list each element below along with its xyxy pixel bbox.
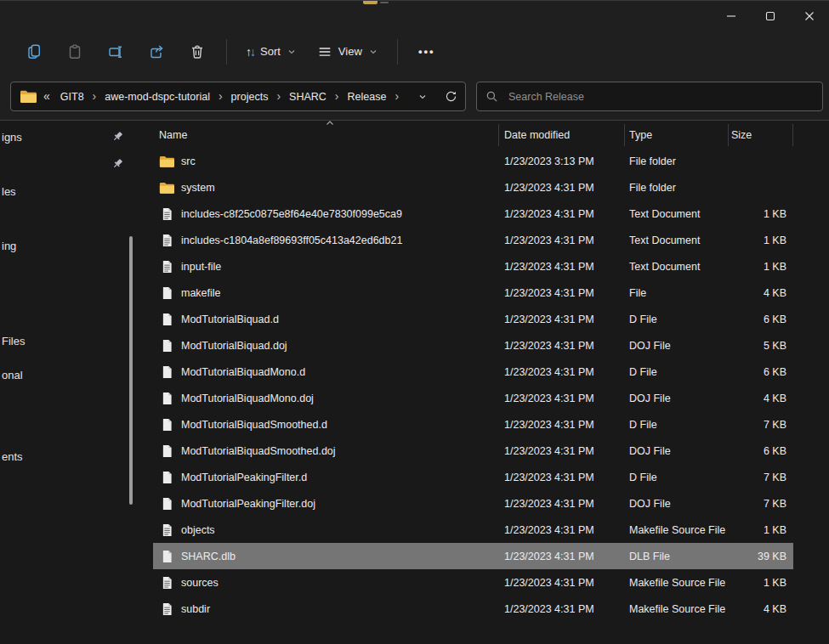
share-button[interactable] — [139, 37, 173, 66]
file-size: 7 KB — [729, 419, 793, 431]
file-row[interactable]: ModTutorialBiquadMono.doj1/23/2023 4:31 … — [153, 385, 793, 411]
file-icon — [162, 497, 173, 511]
column-header-size[interactable]: Size — [729, 124, 793, 146]
file-name-cell[interactable]: ModTutorialBiquadMono.d — [153, 365, 499, 379]
file-row-selected[interactable]: SHARC.dlb1/23/2023 4:31 PMDLB File39 KB — [153, 543, 793, 569]
file-name-cell[interactable]: system — [153, 181, 499, 195]
breadcrumb-separator-icon[interactable]: › — [395, 89, 399, 103]
file-row[interactable]: makefile1/23/2023 4:31 PMFile4 KB — [153, 280, 793, 306]
delete-button[interactable] — [180, 37, 214, 66]
file-name-cell[interactable]: src — [153, 155, 499, 168]
column-header-type[interactable]: Type — [625, 124, 729, 146]
breadcrumb-item[interactable]: projects — [228, 88, 272, 105]
sidebar-item[interactable]: les — [2, 178, 129, 204]
file-row[interactable]: sources1/23/2023 4:31 PMMakefile Source … — [153, 569, 793, 596]
minimize-icon — [724, 8, 739, 24]
breadcrumb-item[interactable]: Release — [344, 88, 390, 105]
breadcrumb-item[interactable]: GIT8 — [57, 88, 88, 105]
file-row[interactable]: src1/23/2023 3:13 PMFile folder — [153, 148, 793, 174]
file-name-cell[interactable]: ModTutorialPeakingFilter.d — [153, 471, 499, 484]
more-options-button[interactable]: ••• — [410, 37, 444, 66]
file-name: makefile — [181, 287, 221, 299]
sidebar-item-label: onal — [2, 369, 23, 381]
sidebar-item[interactable]: Files — [2, 328, 129, 353]
file-date-modified: 1/23/2023 4:31 PM — [499, 340, 625, 352]
file-row[interactable]: includes-c1804a8ef89693ff05c413a42ed6db2… — [153, 227, 793, 253]
file-name-cell[interactable]: ModTutorialBiquadMono.doj — [153, 392, 499, 405]
file-row[interactable]: ModTutorialBiquad.d1/23/2023 4:31 PMD Fi… — [153, 306, 793, 332]
file-name-cell[interactable]: subdir — [153, 602, 499, 616]
column-header-name[interactable]: Name — [153, 124, 499, 146]
file-name-cell[interactable]: ModTutorialBiquadSmoothed.d — [153, 418, 499, 432]
address-dropdown-chevron-icon[interactable] — [417, 91, 429, 103]
paste-button[interactable] — [58, 37, 92, 66]
breadcrumb: GIT8›awe-mod-dspc-tutorial›projects›SHAR… — [57, 88, 417, 105]
sort-button[interactable]: ↑↓ Sort — [239, 37, 304, 66]
breadcrumb-separator-icon[interactable]: › — [276, 89, 281, 103]
breadcrumb-overflow-chevron[interactable]: « — [43, 89, 50, 103]
file-name-cell[interactable]: ModTutorialPeakingFilter.doj — [153, 497, 499, 511]
file-name-cell[interactable]: makefile — [153, 286, 499, 300]
address-bar[interactable]: « GIT8›awe-mod-dspc-tutorial›projects›SH… — [10, 82, 466, 111]
breadcrumb-separator-icon[interactable]: › — [93, 89, 97, 103]
sidebar-item[interactable]: igns — [2, 124, 129, 150]
file-name-cell[interactable]: ModTutorialBiquad.doj — [153, 339, 499, 353]
rename-button[interactable] — [99, 37, 133, 66]
pin-icon — [111, 130, 124, 145]
breadcrumb-separator-icon[interactable]: › — [335, 89, 339, 103]
file-name-cell[interactable]: SHARC.dlb — [153, 550, 499, 563]
file-name-cell[interactable]: objects — [153, 523, 499, 537]
file-name-cell[interactable]: includes-c8f25c0875e8f64e40e7830f099e5ca… — [153, 207, 499, 221]
file-size: 1 KB — [729, 577, 793, 589]
refresh-icon[interactable] — [444, 89, 458, 104]
file-name: includes-c1804a8ef89693ff05c413a42ed6db2… — [181, 234, 402, 246]
file-name-cell[interactable]: ModTutorialBiquadSmoothed.doj — [153, 444, 499, 458]
file-size: 4 KB — [729, 603, 793, 615]
file-row[interactable]: input-file1/23/2023 4:31 PMText Document… — [153, 253, 793, 280]
file-row[interactable]: ModTutorialBiquadSmoothed.d1/23/2023 4:3… — [153, 411, 793, 438]
breadcrumb-item[interactable]: SHARC — [286, 88, 330, 105]
file-name-cell[interactable]: input-file — [153, 260, 499, 274]
file-name-cell[interactable]: ModTutorialBiquad.d — [153, 313, 499, 326]
file-type: DOJ File — [625, 393, 729, 404]
file-row[interactable]: includes-c8f25c0875e8f64e40e7830f099e5ca… — [153, 201, 793, 227]
sidebar-item[interactable]: onal — [2, 362, 129, 387]
file-row[interactable]: ModTutorialBiquadSmoothed.doj1/23/2023 4… — [153, 438, 793, 464]
file-row[interactable]: objects1/23/2023 4:31 PMMakefile Source … — [153, 517, 793, 543]
file-row[interactable]: ModTutorialBiquad.doj1/23/2023 4:31 PMDO… — [153, 332, 793, 359]
search-input[interactable] — [508, 91, 814, 103]
view-button[interactable]: View — [310, 37, 385, 66]
file-name-cell[interactable]: sources — [153, 576, 499, 590]
pin-icon — [111, 157, 124, 170]
sidebar-scrollbar[interactable] — [129, 236, 133, 505]
minimize-button[interactable] — [712, 1, 751, 31]
file-row[interactable]: ModTutorialPeakingFilter.doj1/23/2023 4:… — [153, 490, 793, 517]
copy-button[interactable] — [17, 37, 51, 66]
file-size: 6 KB — [729, 445, 793, 457]
file-row[interactable]: ModTutorialBiquadMono.d1/23/2023 4:31 PM… — [153, 359, 793, 385]
file-name-cell[interactable]: includes-c1804a8ef89693ff05c413a42ed6db2… — [153, 234, 499, 247]
sidebar-item[interactable]: ents — [2, 443, 129, 469]
tab-folder-sliver — [363, 1, 378, 4]
column-header-date-modified[interactable]: Date modified — [499, 124, 625, 146]
textdoc-icon — [159, 523, 174, 537]
file-size: 7 KB — [729, 472, 793, 483]
breadcrumb-separator-icon[interactable]: › — [219, 89, 223, 103]
breadcrumb-item[interactable]: awe-mod-dspc-tutorial — [101, 88, 213, 105]
file-type: Makefile Source File — [625, 603, 729, 615]
file-icon — [159, 392, 174, 405]
sidebar-item[interactable] — [2, 151, 129, 177]
file-row[interactable]: system1/23/2023 4:31 PMFile folder — [153, 174, 793, 201]
text-document-icon — [162, 234, 173, 247]
close-button[interactable] — [790, 1, 829, 31]
textdoc-icon — [159, 207, 174, 221]
file-row[interactable]: subdir1/23/2023 4:31 PMMakefile Source F… — [153, 596, 793, 622]
file-row[interactable]: ModTutorialPeakingFilter.d1/23/2023 4:31… — [153, 464, 793, 490]
file-icon — [162, 339, 173, 353]
file-name: ModTutorialPeakingFilter.d — [181, 472, 307, 483]
sidebar-item[interactable]: ing — [2, 233, 129, 258]
file-date-modified: 1/23/2023 4:31 PM — [499, 419, 625, 431]
file-size: 7 KB — [729, 498, 793, 510]
file-size: 5 KB — [729, 340, 793, 352]
maximize-button[interactable] — [751, 1, 790, 31]
